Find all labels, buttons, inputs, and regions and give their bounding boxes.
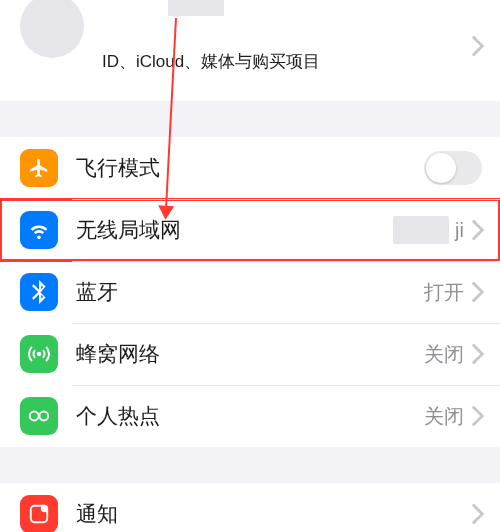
row-value: 打开 [424,279,464,306]
chevron-right-icon [472,344,484,364]
row-value: 关闭 [424,341,464,368]
row-label: 飞行模式 [76,154,424,182]
row-airplane-mode[interactable]: 飞行模式 [0,137,500,199]
row-label: 无线局域网 [76,216,393,244]
bluetooth-icon [20,273,58,311]
svg-point-4 [41,505,48,512]
airplane-icon [20,149,58,187]
row-label: 个人热点 [76,402,424,430]
svg-point-2 [39,412,48,421]
avatar [20,0,84,58]
row-notifications[interactable]: 通知 [0,483,500,532]
wifi-icon [20,211,58,249]
chevron-right-icon [472,504,484,524]
hotspot-icon [20,397,58,435]
chevron-right-icon [472,406,484,426]
profile-name-redacted [168,0,224,16]
row-label: 通知 [76,500,472,528]
wifi-value-redacted [393,216,449,244]
airplane-toggle[interactable] [424,151,482,185]
row-wifi[interactable]: 无线局域网 ji [0,199,500,261]
row-label: 蜂窝网络 [76,340,424,368]
chevron-right-icon [472,220,484,240]
row-bluetooth[interactable]: 蓝牙 打开 [0,261,500,323]
row-label: 蓝牙 [76,278,424,306]
row-value: 关闭 [424,403,464,430]
row-cellular[interactable]: 蜂窝网络 关闭 [0,323,500,385]
row-value: ji [455,219,464,242]
profile-subtitle: ID、iCloud、媒体与购买项目 [102,50,472,73]
chevron-right-icon [472,36,484,56]
settings-group-connectivity: 飞行模式 无线局域网 ji 蓝牙 打开 蜂窝网络 关闭 个人热点 关闭 [0,137,500,447]
chevron-right-icon [472,282,484,302]
notifications-icon [20,495,58,532]
row-hotspot[interactable]: 个人热点 关闭 [0,385,500,447]
settings-group-notifications: 通知 [0,483,500,532]
svg-point-0 [37,352,42,357]
profile-row[interactable]: ID、iCloud、媒体与购买项目 [0,0,500,101]
cellular-icon [20,335,58,373]
svg-point-1 [30,412,39,421]
